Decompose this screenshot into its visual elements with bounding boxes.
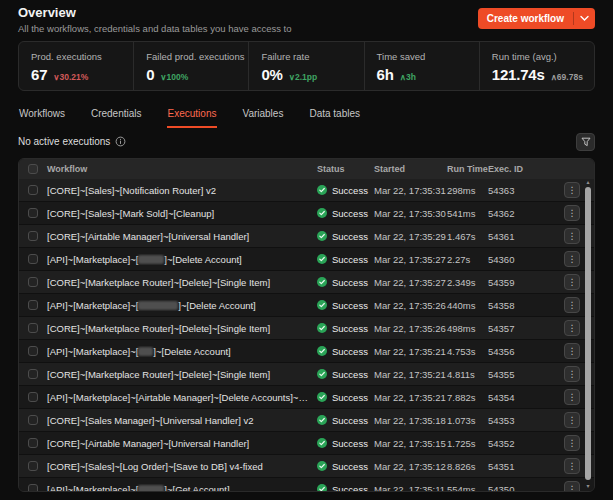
row-checkbox[interactable]	[28, 438, 38, 448]
exec-id: 54351	[488, 461, 528, 472]
row-menu-button[interactable]: ⋮	[564, 251, 580, 267]
row-checkbox[interactable]	[28, 415, 38, 425]
create-workflow-label[interactable]: Create workflow	[478, 13, 573, 24]
table-row[interactable]: [API]~[Marketplace]~[]~[Get Account] Suc…	[19, 477, 594, 492]
row-menu-button[interactable]: ⋮	[564, 205, 580, 221]
success-icon	[317, 254, 327, 264]
table-row[interactable]: [CORE]~[Sales]~[Notification Router] v2 …	[19, 179, 594, 201]
scrollbar-down-arrow[interactable]: ▾	[584, 483, 592, 489]
success-icon	[317, 438, 327, 448]
filter-funnel-icon	[581, 137, 591, 147]
exec-id: 54352	[488, 438, 528, 449]
row-menu-button[interactable]: ⋮	[564, 297, 580, 313]
scrollbar-up-arrow[interactable]: ▴	[584, 179, 592, 185]
row-checkbox[interactable]	[28, 369, 38, 379]
row-checkbox[interactable]	[28, 461, 38, 471]
row-checkbox[interactable]	[28, 277, 38, 287]
workflow-name: [CORE]~[Sales Manager]~[Universal Handle…	[47, 415, 317, 426]
create-workflow-button[interactable]: Create workflow	[478, 8, 595, 29]
trend-down-delta: ∨2.1pp	[289, 72, 317, 82]
redacted-text	[138, 255, 164, 264]
row-checkbox[interactable]	[28, 392, 38, 402]
exec-id: 54356	[488, 346, 528, 357]
workflow-name: [API]~[Marketplace]~[]~[Delete Account]	[47, 346, 317, 357]
table-row[interactable]: [CORE]~[Marketplace Router]~[Delete]~[Si…	[19, 362, 594, 385]
info-icon[interactable]	[115, 136, 126, 147]
tab-variables[interactable]: Variables	[241, 108, 284, 128]
row-checkbox[interactable]	[28, 300, 38, 310]
status-text: Success	[332, 346, 368, 357]
table-row[interactable]: [CORE]~[Marketplace Router]~[Delete]~[Si…	[19, 316, 594, 339]
table-row[interactable]: [CORE]~[Sales]~[Mark Sold]~[Cleanup] Suc…	[19, 201, 594, 224]
run-time: 8.826s	[447, 461, 488, 472]
row-menu-button[interactable]: ⋮	[564, 182, 580, 198]
table-row[interactable]: [API]~[Marketplace]~[]~[Delete Account] …	[19, 247, 594, 270]
status-text: Success	[332, 438, 368, 449]
started-time: Mar 22, 17:35:12	[374, 461, 447, 472]
filter-button[interactable]	[576, 133, 595, 151]
status-badge: Success	[317, 484, 374, 493]
row-checkbox-cell	[19, 415, 47, 425]
row-menu-button[interactable]: ⋮	[564, 320, 580, 336]
scrollbar-thumb[interactable]	[585, 187, 591, 480]
table-row[interactable]: [CORE]~[Sales Manager]~[Universal Handle…	[19, 408, 594, 431]
status-badge: Success	[317, 392, 374, 403]
success-icon	[317, 300, 327, 310]
row-checkbox[interactable]	[28, 185, 38, 195]
row-checkbox[interactable]	[28, 346, 38, 356]
row-checkbox[interactable]	[28, 208, 38, 218]
page-title: Overview	[18, 5, 292, 20]
status-text: Success	[332, 300, 368, 311]
row-checkbox[interactable]	[28, 484, 38, 492]
started-time: Mar 22, 17:35:26	[374, 323, 447, 334]
row-menu-button[interactable]: ⋮	[564, 389, 580, 405]
row-menu-button[interactable]: ⋮	[564, 343, 580, 359]
row-checkbox[interactable]	[28, 231, 38, 241]
stat-value: 67	[31, 66, 47, 83]
stat-card: Run time (avg.) 121.74s ∧69.78s	[479, 42, 594, 90]
row-menu-button[interactable]: ⋮	[564, 435, 580, 451]
tab-data-tables[interactable]: Data tables	[308, 108, 361, 128]
table-row[interactable]: [API]~[Marketplace]~[]~[Delete Account] …	[19, 339, 594, 362]
table-row[interactable]: [API]~[Marketplace]~[Airtable Manager]~[…	[19, 385, 594, 408]
row-checkbox[interactable]	[28, 254, 38, 264]
workflow-name: [CORE]~[Sales]~[Notification Router] v2	[47, 185, 317, 196]
row-menu-button[interactable]: ⋮	[564, 366, 580, 382]
row-checkbox[interactable]	[28, 323, 38, 333]
success-icon	[317, 185, 327, 195]
table-row[interactable]: [CORE]~[Airtable Manager]~[Universal Han…	[19, 224, 594, 247]
status-badge: Success	[317, 461, 374, 472]
tab-workflows[interactable]: Workflows	[18, 108, 66, 128]
exec-id: 54360	[488, 254, 528, 265]
row-menu-button[interactable]: ⋮	[564, 274, 580, 290]
trend-down-delta: ∨100%	[160, 72, 188, 82]
executions-table: Workflow Status Started Run Time Exec. I…	[18, 158, 595, 492]
table-row[interactable]: [CORE]~[Airtable Manager]~[Universal Han…	[19, 431, 594, 454]
workflow-name: [API]~[Marketplace]~[]~[Delete Account]	[47, 254, 317, 265]
active-executions-status: No active executions	[18, 136, 126, 147]
column-header-status: Status	[317, 164, 374, 174]
column-header-run-time: Run Time	[447, 164, 488, 174]
started-time: Mar 22, 17:35:29	[374, 231, 447, 242]
table-scrollbar[interactable]: ▴ ▾	[584, 179, 592, 489]
row-menu-button[interactable]: ⋮	[564, 481, 580, 492]
run-time: 1.467s	[447, 231, 488, 242]
stats-bar: Prod. executions 67 ∨30.21% Failed prod.…	[18, 41, 595, 91]
row-menu-button[interactable]: ⋮	[564, 228, 580, 244]
create-workflow-dropdown[interactable]	[574, 15, 595, 22]
row-menu-button[interactable]: ⋮	[564, 412, 580, 428]
status-badge: Success	[317, 277, 374, 288]
row-menu-button[interactable]: ⋮	[564, 458, 580, 474]
run-time: 298ms	[447, 185, 488, 196]
overview-page: Overview All the workflows, credentials …	[0, 0, 613, 492]
select-all-checkbox[interactable]	[28, 164, 38, 174]
tab-executions[interactable]: Executions	[167, 108, 218, 128]
table-row[interactable]: [CORE]~[Marketplace Router]~[Delete]~[Si…	[19, 270, 594, 293]
stat-card: Time saved 6h ∧3h	[364, 42, 479, 90]
table-row[interactable]: [API]~[Marketplace]~[]~[Delete Account] …	[19, 293, 594, 316]
started-time: Mar 22, 17:35:18	[374, 415, 447, 426]
started-time: Mar 22, 17:35:21	[374, 392, 447, 403]
tab-credentials[interactable]: Credentials	[90, 108, 143, 128]
table-row[interactable]: [CORE]~[Sales]~[Log Order]~[Save to DB] …	[19, 454, 594, 477]
run-time: 554ms	[447, 484, 488, 493]
